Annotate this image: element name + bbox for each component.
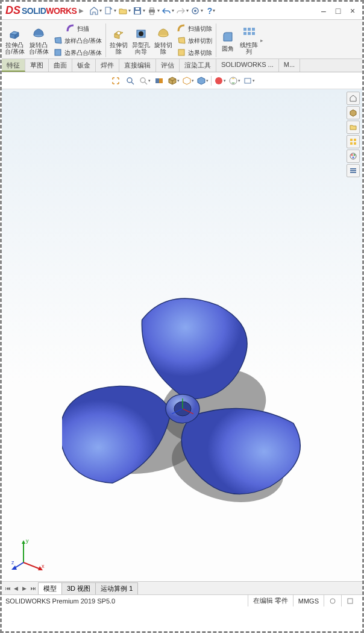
svg-rect-10 bbox=[55, 49, 61, 55]
open-button[interactable] bbox=[118, 4, 131, 17]
svg-text:y: y bbox=[26, 538, 29, 544]
boundary-icon bbox=[53, 48, 63, 57]
extrude-cut-button[interactable]: 拉伸切 除 bbox=[108, 22, 130, 58]
bottom-tab-motion[interactable]: 运动算例 1 bbox=[95, 582, 138, 594]
resources-button[interactable] bbox=[347, 92, 360, 105]
close-button[interactable]: × bbox=[347, 5, 359, 17]
revolve-boss-button[interactable]: 旋转凸 台/基体 bbox=[27, 22, 51, 58]
bottom-tab-3dview[interactable]: 3D 视图 bbox=[61, 582, 96, 594]
view-palette-button[interactable] bbox=[347, 135, 360, 148]
zoom-fit-button[interactable] bbox=[110, 75, 122, 87]
status-bar: SOLIDWORKS Premium 2019 SP5.0 在编辑 零件 MMG… bbox=[2, 594, 362, 606]
title-bar: DS SOLIDWORKS ▶ ? – □ × bbox=[2, 2, 362, 20]
undo-button[interactable] bbox=[161, 4, 174, 17]
sweep-cut-button[interactable]: 扫描切除 bbox=[175, 22, 214, 34]
tab-last-icon[interactable]: ⏭ bbox=[31, 585, 38, 591]
tab-first-icon[interactable]: ⏮ bbox=[5, 585, 13, 591]
motion-tab-bar: ⏮ ◀ ▶ ⏭ 模型 3D 视图 运动算例 1 bbox=[2, 581, 362, 594]
fillet-button[interactable]: 圆角 bbox=[218, 22, 237, 58]
svg-point-35 bbox=[354, 154, 356, 156]
apply-scene-button[interactable] bbox=[228, 75, 240, 87]
custom-properties-button[interactable] bbox=[347, 164, 360, 177]
loft-button[interactable]: 放样凸台/基体 bbox=[51, 34, 104, 46]
svg-marker-49 bbox=[22, 540, 25, 544]
tab-evaluate[interactable]: 评估 bbox=[156, 59, 180, 72]
svg-rect-38 bbox=[350, 170, 356, 171]
minimize-button[interactable]: – bbox=[318, 5, 330, 17]
svg-point-36 bbox=[353, 157, 354, 159]
view-settings-button[interactable] bbox=[243, 75, 255, 87]
svg-rect-58 bbox=[348, 599, 353, 603]
graphics-viewport[interactable]: y x z bbox=[2, 89, 362, 581]
svg-point-13 bbox=[139, 31, 143, 36]
boundary-cut-button[interactable]: 边界切除 bbox=[175, 46, 214, 58]
loft-cut-button[interactable]: 放样切割 bbox=[175, 34, 214, 46]
options-button[interactable] bbox=[190, 4, 203, 17]
help-button[interactable]: ? bbox=[204, 4, 218, 17]
linear-pattern-button[interactable]: 线性阵 列 bbox=[238, 22, 260, 58]
ribbon-expand-icon[interactable]: ▸ bbox=[260, 22, 266, 58]
pattern-icon bbox=[242, 26, 256, 40]
sweep-button[interactable]: 扫描 bbox=[51, 22, 104, 34]
svg-rect-20 bbox=[248, 32, 251, 35]
svg-text:z: z bbox=[11, 559, 14, 565]
svg-text:x: x bbox=[42, 563, 45, 569]
tab-next-icon[interactable]: ▶ bbox=[22, 585, 30, 591]
tab-features[interactable]: 特征 bbox=[2, 59, 25, 72]
tab-addins[interactable]: SOLIDWORKS ... bbox=[216, 59, 279, 72]
tab-directedit[interactable]: 直接编辑 bbox=[119, 59, 156, 72]
boundary-cut-icon bbox=[177, 48, 186, 57]
logo-text: SOLIDWORKS bbox=[22, 6, 77, 16]
revolve-cut-button[interactable]: 旋转切 除 bbox=[152, 22, 174, 58]
tab-render[interactable]: 渲染工具 bbox=[180, 59, 216, 72]
svg-line-51 bbox=[24, 562, 40, 569]
display-style-button[interactable] bbox=[182, 75, 194, 87]
zoom-area-button[interactable] bbox=[124, 75, 136, 87]
svg-rect-29 bbox=[350, 139, 353, 141]
redo-button[interactable] bbox=[175, 4, 189, 17]
svg-rect-16 bbox=[243, 28, 246, 31]
view-orientation-button[interactable] bbox=[168, 75, 180, 87]
previous-view-button[interactable] bbox=[139, 75, 151, 87]
file-explorer-button[interactable] bbox=[347, 121, 360, 134]
title-separator: ▶ bbox=[79, 7, 84, 14]
maximize-button[interactable]: □ bbox=[332, 5, 344, 17]
design-library-button[interactable] bbox=[347, 106, 360, 119]
save-button[interactable] bbox=[132, 4, 145, 17]
hole-wizard-button[interactable]: 异型孔 向导 bbox=[130, 22, 152, 58]
extrude-boss-button[interactable]: 拉伸凸 台/基体 bbox=[3, 22, 27, 58]
svg-rect-28 bbox=[245, 78, 251, 83]
svg-rect-37 bbox=[350, 168, 356, 169]
svg-rect-3 bbox=[136, 8, 139, 10]
boundary-button[interactable]: 边界凸台/基体 bbox=[51, 46, 104, 58]
svg-rect-17 bbox=[248, 28, 251, 31]
status-custom-icon[interactable] bbox=[324, 595, 341, 606]
status-max-icon[interactable] bbox=[341, 595, 359, 606]
fillet-icon bbox=[221, 30, 235, 44]
svg-rect-30 bbox=[354, 139, 356, 141]
tab-surface[interactable]: 曲面 bbox=[49, 59, 72, 72]
status-units[interactable]: MMGS bbox=[293, 595, 324, 606]
svg-rect-0 bbox=[105, 7, 110, 14]
edit-appearance-button[interactable] bbox=[214, 75, 226, 87]
tab-sheetmetal[interactable]: 钣金 bbox=[72, 59, 96, 72]
section-view-button[interactable] bbox=[153, 75, 165, 87]
tab-sketch[interactable]: 草图 bbox=[25, 59, 49, 72]
svg-rect-25 bbox=[155, 78, 159, 83]
appearances-button[interactable] bbox=[347, 150, 360, 163]
quick-access-toolbar: ? bbox=[89, 4, 218, 17]
bottom-tab-model[interactable]: 模型 bbox=[38, 582, 62, 594]
hide-show-button[interactable] bbox=[196, 75, 209, 87]
extrude-icon bbox=[7, 26, 22, 40]
print-button[interactable] bbox=[146, 4, 160, 17]
tab-prev-icon[interactable]: ◀ bbox=[14, 585, 21, 591]
status-edit-mode: 在编辑 零件 bbox=[248, 595, 293, 606]
revolve-icon bbox=[31, 26, 46, 40]
loft-icon bbox=[53, 36, 63, 45]
new-button[interactable] bbox=[103, 4, 116, 17]
svg-point-57 bbox=[330, 599, 335, 603]
home-button[interactable] bbox=[89, 4, 102, 17]
tab-more[interactable]: M... bbox=[279, 59, 300, 72]
command-tab-bar: 特征 草图 曲面 钣金 焊件 直接编辑 评估 渲染工具 SOLIDWORKS .… bbox=[2, 59, 362, 72]
tab-weldments[interactable]: 焊件 bbox=[96, 59, 119, 72]
